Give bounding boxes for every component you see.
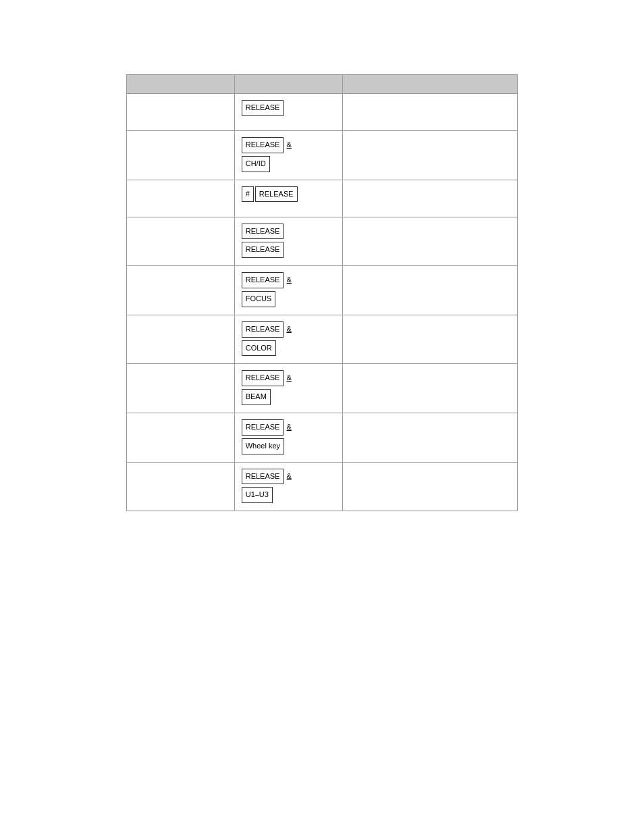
key-badge: U1–U3: [242, 487, 273, 503]
key-badge: COLOR: [242, 340, 276, 357]
operator-amp: &: [286, 421, 291, 434]
cell-col3: [342, 462, 517, 511]
cell-col1: [127, 266, 235, 315]
cell-col2: #RELEASE: [234, 180, 342, 217]
operator-amp: &: [286, 323, 291, 336]
key-badge: RELEASE: [242, 100, 284, 116]
cell-col1: [127, 180, 235, 217]
key-badge: RELEASE: [242, 321, 284, 338]
cell-col1: [127, 94, 235, 131]
key-badge: RELEASE: [242, 370, 284, 386]
table-row: RELEASE&CH/ID: [127, 131, 518, 180]
key-badge: RELEASE: [242, 469, 284, 485]
cell-col2: RELEASE&BEAM: [234, 364, 342, 413]
key-badge: FOCUS: [242, 291, 276, 307]
table-wrapper: RELEASERELEASE&CH/ID#RELEASERELEASERELEA…: [126, 74, 518, 834]
header-col1: [127, 75, 235, 94]
cell-col1: [127, 131, 235, 180]
key-badge: RELEASE: [242, 224, 284, 240]
cell-col3: [342, 131, 517, 180]
key-badge: RELEASE: [242, 242, 284, 258]
table-row: RELEASE: [127, 94, 518, 131]
operator-amp: &: [286, 273, 291, 287]
cell-col3: [342, 315, 517, 364]
header-col2: [234, 75, 342, 94]
table-row: RELEASE&FOCUS: [127, 266, 518, 315]
cell-col2: RELEASERELEASE: [234, 217, 342, 266]
cell-col2: RELEASE&FOCUS: [234, 266, 342, 315]
operator-amp: &: [286, 470, 291, 484]
cell-col3: [342, 364, 517, 413]
key-badge: CH/ID: [242, 156, 270, 172]
key-badge: RELEASE: [242, 419, 284, 436]
cell-col1: [127, 413, 235, 462]
key-badge: BEAM: [242, 389, 271, 405]
cell-col1: [127, 315, 235, 364]
cell-col3: [342, 180, 517, 217]
cell-col1: [127, 364, 235, 413]
table-row: RELEASE&Wheel key: [127, 413, 518, 462]
cell-col2: RELEASE&CH/ID: [234, 131, 342, 180]
table-row: #RELEASE: [127, 180, 518, 217]
header-col3: [342, 75, 517, 94]
key-badge: RELEASE: [242, 137, 284, 153]
hash-badge: #: [242, 186, 254, 203]
cell-col3: [342, 217, 517, 266]
operator-amp: &: [286, 371, 291, 385]
main-table: RELEASERELEASE&CH/ID#RELEASERELEASERELEA…: [126, 74, 518, 511]
cell-col2: RELEASE&COLOR: [234, 315, 342, 364]
cell-col2: RELEASE&Wheel key: [234, 413, 342, 462]
page-container: RELEASERELEASE&CH/ID#RELEASERELEASERELEA…: [0, 0, 644, 834]
operator-amp: &: [286, 138, 291, 152]
table-row: RELEASE&COLOR: [127, 315, 518, 364]
cell-col2: RELEASE: [234, 94, 342, 131]
key-badge: RELEASE: [255, 186, 298, 203]
cell-col3: [342, 94, 517, 131]
key-badge: RELEASE: [242, 272, 284, 288]
table-row: RELEASE&BEAM: [127, 364, 518, 413]
cell-col1: [127, 217, 235, 266]
table-row: RELEASERELEASE: [127, 217, 518, 266]
cell-col3: [342, 413, 517, 462]
cell-col1: [127, 462, 235, 511]
cell-col2: RELEASE&U1–U3: [234, 462, 342, 511]
key-badge: Wheel key: [242, 438, 284, 454]
cell-col3: [342, 266, 517, 315]
table-row: RELEASE&U1–U3: [127, 462, 518, 511]
